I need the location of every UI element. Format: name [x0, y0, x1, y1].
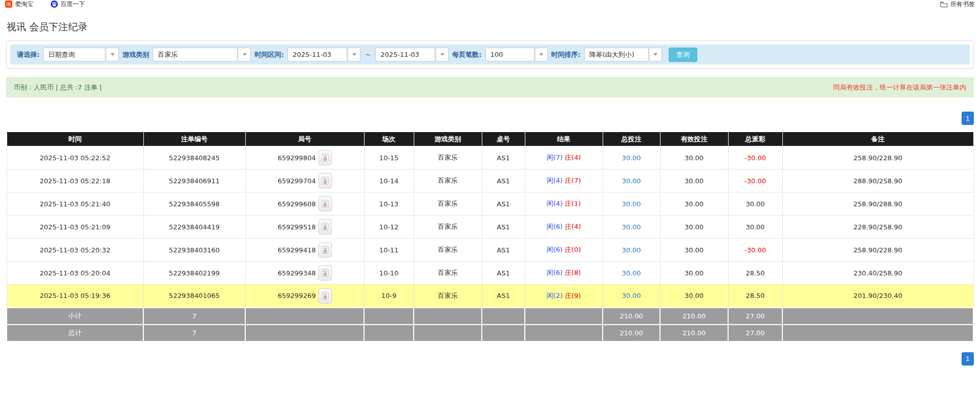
- query-type-select[interactable]: 日期查询: [43, 48, 119, 61]
- cell-time: 2025-11-03 05:22:18: [7, 169, 143, 192]
- cell-total-bet[interactable]: 30.00: [603, 192, 660, 216]
- cell-valid-bet: 30.00: [660, 169, 728, 192]
- column-header: 有效投注: [660, 133, 728, 146]
- subtotal-row: 小计7210.00210.0027.00: [7, 308, 973, 325]
- cell-total-bet[interactable]: 30.00: [603, 146, 660, 169]
- round-video-icon[interactable]: [318, 150, 332, 165]
- cell-total-bet[interactable]: 30.00: [603, 169, 660, 192]
- column-header: 桌号: [482, 133, 525, 146]
- column-header: 总派彩: [728, 133, 782, 146]
- total-bet-link[interactable]: 30.00: [622, 223, 641, 231]
- round-video-icon[interactable]: [318, 265, 332, 281]
- cell-bet-id: 522938401065: [143, 285, 245, 308]
- round-video-icon[interactable]: [318, 219, 332, 234]
- result-banker: 庄(1): [565, 200, 581, 207]
- round-id-text: 659299518: [278, 223, 315, 231]
- table-header-row: 时间注单编号局号场次游戏类别桌号结果总投注有效投注总派彩备注: [7, 133, 973, 146]
- chevron-down-icon[interactable]: [649, 48, 662, 61]
- cell-note: 230.40/258.90: [782, 262, 973, 285]
- baidu-icon: [51, 1, 58, 8]
- page-title: 视讯 会员下注纪录: [7, 20, 980, 34]
- cell-total-bet[interactable]: 30.00: [603, 216, 660, 239]
- cell-round-id: 659299608: [245, 192, 364, 216]
- subtotal-row-cell-2: [245, 308, 364, 325]
- cell-bet-id: 522938406911: [143, 169, 245, 192]
- cell-note: 201.90/230.40: [782, 285, 973, 308]
- round-id-text: 659299704: [278, 177, 315, 185]
- result-banker: 庄(0): [565, 246, 581, 253]
- cell-session: 10-15: [364, 146, 414, 169]
- chevron-down-icon[interactable]: [436, 48, 449, 61]
- round-video-icon[interactable]: [318, 242, 332, 258]
- result-player: 闲(4): [547, 200, 563, 207]
- column-header: 总投注: [603, 133, 660, 146]
- bookmark-baidu[interactable]: 百度一下: [51, 0, 85, 8]
- result-banker: 庄(9): [565, 292, 581, 299]
- subtotal-row-cell-4: [414, 308, 482, 325]
- cell-round-id: 659299704: [245, 169, 364, 192]
- cell-valid-bet: 30.00: [660, 239, 728, 262]
- cell-result: 闲(6) 庄(0): [525, 239, 603, 262]
- chevron-down-icon[interactable]: [106, 48, 119, 61]
- total-bet-link[interactable]: 30.00: [622, 200, 641, 208]
- total-bet-link[interactable]: 30.00: [622, 177, 641, 185]
- subtotal-row-cell-7: 210.00: [603, 308, 660, 325]
- cell-session: 10-12: [364, 216, 414, 239]
- total-row-cell-9: 27.00: [728, 325, 782, 341]
- cell-round-id: 659299348: [245, 262, 364, 285]
- table-row: 2025-11-03 05:22:18522938406911659299704…: [7, 169, 973, 192]
- cell-bet-id: 522938404419: [143, 216, 245, 239]
- cell-time: 2025-11-03 05:22:52: [7, 146, 143, 169]
- chevron-down-icon[interactable]: [238, 48, 251, 61]
- subtotal-row-cell-6: [525, 308, 603, 325]
- betting-records-table: 时间注单编号局号场次游戏类别桌号结果总投注有效投注总派彩备注 2025-11-0…: [6, 132, 974, 342]
- cell-total-bet[interactable]: 30.00: [603, 285, 660, 308]
- cell-result: 闲(6) 庄(8): [525, 262, 603, 285]
- cell-bet-id: 522938405598: [143, 192, 245, 216]
- bookmark-aitaobao[interactable]: 淘 爱淘宝: [5, 0, 33, 8]
- summary-bar: 币别 : 人民币 | 总共 :7 注单 | 同局有效投注，统一计算在该局第一张注…: [6, 77, 974, 97]
- cell-result: 闲(7) 庄(4): [525, 146, 603, 169]
- total-row-cell-0: 总计: [7, 325, 143, 341]
- total-bet-link[interactable]: 30.00: [622, 154, 641, 162]
- total-row-cell-5: [482, 325, 525, 341]
- total-bet-link[interactable]: 30.00: [622, 269, 641, 277]
- cell-session: 10-11: [364, 239, 414, 262]
- round-video-icon[interactable]: [318, 288, 332, 304]
- cell-total-bet[interactable]: 30.00: [603, 239, 660, 262]
- date-to-picker[interactable]: 2025-11-03: [375, 48, 449, 61]
- total-bet-link[interactable]: 30.00: [622, 292, 641, 299]
- all-bookmarks-button[interactable]: 所有书签: [940, 0, 975, 8]
- page-size-select[interactable]: 100: [485, 48, 548, 61]
- cell-total-bet[interactable]: 30.00: [603, 262, 660, 285]
- chevron-down-icon[interactable]: [348, 48, 360, 61]
- total-bet-link[interactable]: 30.00: [622, 246, 641, 254]
- total-row-cell-3: [364, 325, 414, 341]
- search-button[interactable]: 查询: [669, 48, 697, 62]
- cell-round-id: 659299518: [245, 216, 364, 239]
- subtotal-row-cell-5: [482, 308, 525, 325]
- round-video-icon[interactable]: [318, 196, 332, 211]
- sort-order-select[interactable]: 降幂(由大到小): [584, 48, 662, 61]
- date-from-picker[interactable]: 2025-11-03: [287, 48, 360, 61]
- subtotal-row-cell-1: 7: [143, 308, 245, 325]
- column-header: 注单编号: [143, 133, 245, 146]
- pagination-page-1-top[interactable]: 1: [962, 112, 974, 125]
- round-video-icon[interactable]: [318, 173, 332, 188]
- cell-bet-id: 522938403160: [143, 239, 245, 262]
- pagination-page-1-bottom[interactable]: 1: [962, 352, 974, 366]
- cell-valid-bet: 30.00: [660, 216, 728, 239]
- cell-valid-bet: 30.00: [660, 285, 728, 308]
- cell-valid-bet: 30.00: [660, 192, 728, 216]
- game-type-select[interactable]: 百家乐: [153, 48, 251, 61]
- total-row-cell-4: [414, 325, 482, 341]
- result-banker: 庄(7): [565, 177, 581, 184]
- round-id-text: 659299269: [278, 292, 315, 299]
- game-type-value: 百家乐: [153, 48, 238, 61]
- result-banker: 庄(4): [565, 223, 581, 230]
- cell-result: 闲(6) 庄(4): [525, 216, 603, 239]
- cell-note: 258.90/228.90: [782, 239, 973, 262]
- chevron-down-icon[interactable]: [535, 48, 548, 61]
- cell-valid-bet: 30.00: [660, 146, 728, 169]
- cell-bet-id: 522938402199: [143, 262, 245, 285]
